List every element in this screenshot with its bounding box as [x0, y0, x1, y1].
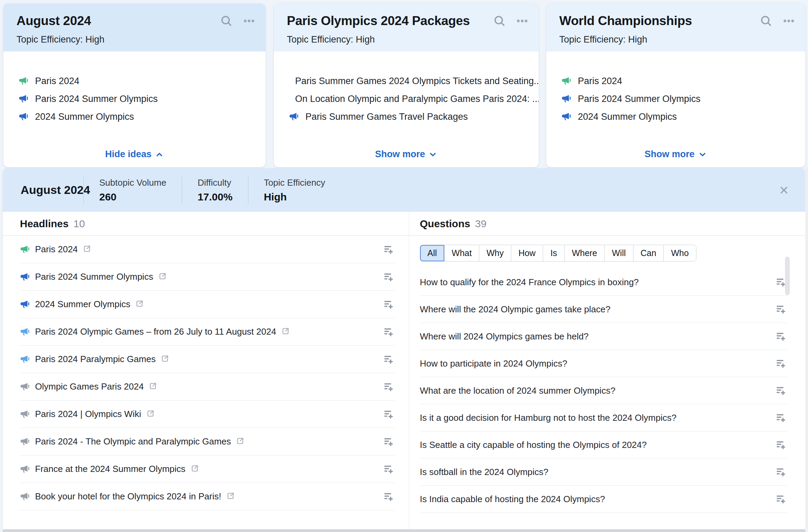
- footer-label: Show more: [375, 149, 425, 160]
- vertical-scrollbar-thumb[interactable]: [785, 257, 790, 295]
- card-idea-item[interactable]: 2024 Summer Olympics: [546, 108, 805, 126]
- headline-row[interactable]: Paris 2024 - The Olympic and Paralympic …: [19, 428, 395, 455]
- add-to-list-icon[interactable]: [775, 466, 787, 478]
- add-to-list-icon[interactable]: [775, 412, 787, 424]
- card-idea-item[interactable]: Paris 2024: [3, 72, 266, 90]
- questions-header: Questions 39: [409, 212, 805, 236]
- external-link-icon[interactable]: [146, 409, 155, 418]
- add-to-list-icon[interactable]: [775, 384, 787, 397]
- show-more-link[interactable]: Show more: [274, 149, 539, 160]
- headline-row[interactable]: Paris 2024 Summer Olympics: [19, 263, 395, 291]
- headline-row[interactable]: Book your hotel for the Olympics 2024 in…: [19, 483, 395, 510]
- gray-megaphone-icon: [19, 437, 30, 447]
- question-filter-group: All What Why How Is Where Will Can Who: [420, 245, 696, 262]
- card-idea-item[interactable]: Paris Summer Games 2024 Olympics Tickets…: [274, 72, 539, 90]
- filter-will[interactable]: Will: [604, 245, 633, 261]
- headline-text: France at the 2024 Summer Olympics: [35, 464, 186, 474]
- card-title: World Championships: [559, 14, 692, 28]
- add-to-list-icon[interactable]: [383, 353, 395, 366]
- external-link-icon[interactable]: [160, 354, 169, 363]
- filter-all[interactable]: All: [420, 245, 444, 261]
- question-row[interactable]: Is India capable of hosting the 2024 Oly…: [420, 486, 787, 513]
- add-to-list-icon[interactable]: [383, 490, 395, 503]
- card-idea-item[interactable]: Paris Summer Games Travel Packages: [274, 108, 539, 126]
- external-link-icon[interactable]: [158, 272, 167, 281]
- add-to-list-icon[interactable]: [383, 243, 395, 256]
- filter-is[interactable]: Is: [543, 245, 564, 261]
- add-to-list-icon[interactable]: [383, 436, 395, 448]
- question-row[interactable]: How to participate in 2024 Olympics?: [420, 350, 787, 377]
- search-icon[interactable]: [220, 14, 233, 28]
- external-link-icon[interactable]: [82, 244, 91, 253]
- hide-ideas-link[interactable]: Hide ideas: [3, 149, 266, 160]
- card-idea-item[interactable]: Paris 2024: [546, 72, 805, 90]
- add-to-list-icon[interactable]: [775, 303, 787, 315]
- headline-text: Olympic Games Paris 2024: [35, 381, 144, 392]
- headlines-count: 10: [74, 218, 85, 230]
- horizontal-scrollbar[interactable]: [3, 529, 805, 532]
- card-idea-item[interactable]: Paris 2024 Summer Olympics: [546, 90, 805, 108]
- filter-how[interactable]: How: [511, 245, 543, 261]
- add-to-list-icon[interactable]: [775, 330, 787, 343]
- green-megaphone-icon: [18, 76, 28, 86]
- question-row[interactable]: What are the location of 2024 summer Oly…: [420, 377, 787, 404]
- green-megaphone-icon: [19, 244, 30, 255]
- card-title: Paris Olympics 2024 Packages: [287, 14, 470, 28]
- filter-where[interactable]: Where: [564, 245, 605, 261]
- more-options-icon[interactable]: [242, 14, 256, 28]
- external-link-icon[interactable]: [190, 464, 199, 473]
- add-to-list-icon[interactable]: [383, 298, 395, 311]
- card-idea-item[interactable]: 2024 Summer Olympics: [3, 108, 266, 126]
- headline-row[interactable]: France at the 2024 Summer Olympics: [19, 455, 395, 483]
- filter-can[interactable]: Can: [633, 245, 664, 261]
- headline-row[interactable]: Paris 2024 Olympic Games – from 26 July …: [19, 318, 395, 346]
- card-title: August 2024: [16, 14, 91, 28]
- card-idea-item[interactable]: On Location Olympic and Paralympic Games…: [274, 90, 539, 108]
- card-header: Paris Olympics 2024 Packages Topic Effic…: [274, 3, 539, 51]
- question-text: Where will the 2024 Olympic games take p…: [420, 304, 610, 315]
- headline-row[interactable]: Paris 2024 | Olympics Wiki: [19, 401, 395, 428]
- add-to-list-icon[interactable]: [383, 326, 395, 338]
- filter-what[interactable]: What: [444, 245, 479, 261]
- card-header: World Championships Topic Efficiency: Hi…: [546, 3, 805, 51]
- add-to-list-icon[interactable]: [775, 439, 787, 451]
- card-idea-item[interactable]: Paris 2024 Summer Olympics: [3, 90, 266, 108]
- add-to-list-icon[interactable]: [383, 271, 395, 283]
- question-row[interactable]: Is Seattle a city capable of hosting the…: [420, 431, 787, 459]
- question-row[interactable]: Is it a good decision for Hamburg not to…: [420, 404, 787, 431]
- more-options-icon[interactable]: [515, 14, 529, 28]
- gray-megaphone-icon: [19, 491, 30, 502]
- external-link-icon[interactable]: [148, 382, 157, 391]
- question-row[interactable]: Where will 2024 Olympics games be held?: [420, 323, 787, 350]
- question-row[interactable]: Where will the 2024 Olympic games take p…: [420, 296, 787, 323]
- external-link-icon[interactable]: [281, 327, 290, 336]
- add-to-list-icon[interactable]: [775, 493, 787, 505]
- question-row[interactable]: Is softball in the 2024 Olympics?: [420, 459, 787, 486]
- question-row[interactable]: How to qualify for the 2024 France Olymp…: [420, 269, 787, 296]
- headline-row[interactable]: 2024 Summer Olympics: [19, 291, 395, 318]
- headline-row[interactable]: Paris 2024 Paralympic Games: [19, 346, 395, 373]
- add-to-list-icon[interactable]: [775, 357, 787, 370]
- filter-who[interactable]: Who: [663, 245, 696, 261]
- external-link-icon[interactable]: [135, 299, 144, 308]
- blue-megaphone-icon: [561, 94, 571, 104]
- headline-row[interactable]: Paris 2024: [19, 236, 395, 263]
- headline-row[interactable]: Olympic Games Paris 2024: [19, 373, 395, 401]
- add-to-list-icon[interactable]: [383, 463, 395, 475]
- close-icon[interactable]: [777, 183, 791, 197]
- add-to-list-icon[interactable]: [383, 408, 395, 420]
- metric-difficulty: Difficulty 17.00%: [182, 177, 248, 204]
- gray-megaphone-icon: [19, 464, 30, 474]
- search-icon[interactable]: [493, 14, 506, 28]
- topic-efficiency-label: Topic Efficiency: High: [287, 34, 529, 45]
- external-link-icon[interactable]: [226, 491, 235, 500]
- add-to-list-icon[interactable]: [383, 381, 395, 393]
- idea-card-paris-olympics-2024-packages[interactable]: Paris Olympics 2024 Packages Topic Effic…: [274, 3, 539, 167]
- more-options-icon[interactable]: [782, 14, 796, 28]
- external-link-icon[interactable]: [236, 437, 245, 446]
- filter-why[interactable]: Why: [479, 245, 511, 261]
- search-icon[interactable]: [759, 14, 773, 28]
- idea-card-august-2024[interactable]: August 2024 Topic Efficiency: High Paris…: [3, 3, 266, 167]
- idea-card-world-championships[interactable]: World Championships Topic Efficiency: Hi…: [546, 3, 805, 167]
- show-more-link[interactable]: Show more: [546, 149, 805, 160]
